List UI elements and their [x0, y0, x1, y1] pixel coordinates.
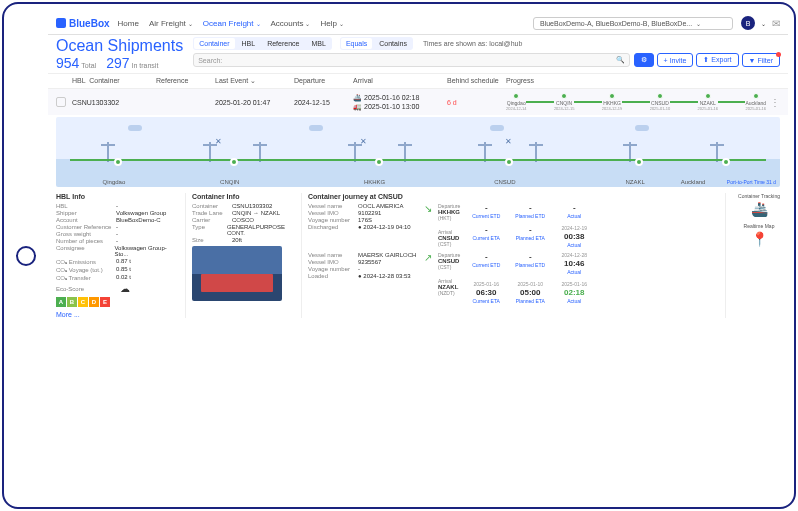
stat-total: 954	[56, 55, 79, 71]
more-icon[interactable]: ⋮	[770, 97, 780, 108]
stats: 954Total 297In transit	[56, 55, 183, 71]
timezone-indicator: Times are shown as: local@hub	[423, 40, 522, 47]
container-info-panel: Container Info ContainerCSNU1303302Trade…	[192, 193, 302, 318]
ship-icon: 🚢	[353, 94, 362, 102]
account-selector[interactable]: BlueBoxDemo-A, BlueBoxDemo-B, BlueBoxDe.…	[533, 17, 733, 30]
cell-container: CSNU1303302	[72, 99, 152, 106]
filter-button[interactable]: ▼ Filter	[742, 53, 780, 67]
match-pills: Equals Contains	[340, 37, 413, 50]
nav-air-freight[interactable]: Air Freight⌄	[149, 19, 193, 28]
table-row[interactable]: CSNU1303302 2025-01-20 01:47 2024-12-15 …	[48, 89, 788, 115]
chevron-down-icon: ⌄	[696, 20, 701, 27]
page-title: Ocean Shipments	[56, 37, 183, 55]
filter-pills: Container HBL Reference MBL	[193, 37, 332, 50]
export-button[interactable]: ⬆ Export	[696, 53, 738, 67]
search-input[interactable]: Search:🔍	[193, 53, 629, 67]
cell-last-event: 2025-01-20 01:47	[215, 99, 290, 106]
realtime-map-tool[interactable]: Realtime Map📍	[738, 223, 780, 247]
chevron-down-icon: ⌄	[339, 20, 344, 27]
nav: Home Air Freight⌄ Ocean Freight⌄ Account…	[118, 19, 344, 28]
chevron-down-icon: ⌄	[188, 20, 193, 27]
cell-departure: 2024-12-15	[294, 99, 349, 106]
envelope-icon[interactable]: ✉	[772, 18, 780, 29]
nav-help[interactable]: Help⌄	[320, 19, 343, 28]
truck-icon: 🚛	[353, 103, 362, 111]
map-pin-icon: 📍	[751, 231, 768, 247]
chevron-down-icon: ⌄	[305, 20, 310, 27]
side-tools: Container Tracking🚢 Realtime Map📍	[732, 193, 780, 318]
container-tracking-tool[interactable]: Container Tracking🚢	[738, 193, 780, 217]
pill-reference[interactable]: Reference	[262, 38, 304, 49]
more-link[interactable]: More ...	[56, 311, 179, 318]
nav-accounts[interactable]: Accounts⌄	[271, 19, 311, 28]
container-image	[192, 246, 282, 301]
nav-ocean-freight[interactable]: Ocean Freight⌄	[203, 19, 261, 28]
chevron-down-icon[interactable]: ⌄	[761, 20, 766, 27]
pill-container[interactable]: Container	[194, 38, 234, 49]
pill-equals[interactable]: Equals	[341, 38, 372, 49]
table-header: HBL Container Reference Last Event ⌄ Dep…	[48, 73, 788, 89]
logo[interactable]: BlueBox	[56, 18, 110, 29]
cell-behind: 6 d	[447, 99, 502, 106]
header: BlueBox Home Air Freight⌄ Ocean Freight⌄…	[48, 12, 788, 35]
arrow-down-icon: ↘	[424, 203, 432, 214]
row-checkbox[interactable]	[56, 97, 66, 107]
search-icon: 🔍	[616, 56, 625, 64]
co2-icon: ☁	[120, 283, 130, 294]
stat-transit: 297	[106, 55, 129, 71]
pill-mbl[interactable]: MBL	[306, 38, 330, 49]
settings-button[interactable]: ⚙	[634, 53, 654, 67]
nav-home[interactable]: Home	[118, 19, 139, 28]
tablet-home-button[interactable]	[16, 246, 36, 266]
progress-bar: Qingdao2024-12-14CNQIN2024-12-15HKHKG202…	[506, 93, 766, 111]
avatar[interactable]: B	[741, 16, 755, 30]
cell-arrival: 🚢2025-01-16 02:18 🚛2025-01-10 13:00	[353, 94, 443, 111]
journey-visualization: ✕✕✕ Qingdao CNQIN HKHKG CNSUD NZAKL Auck…	[56, 117, 780, 187]
eco-score: AB CD E	[56, 297, 179, 307]
journey-panel: Container journey at CNSUD Vessel nameOO…	[308, 193, 726, 318]
arrow-up-icon: ↗	[424, 252, 432, 263]
ship-icon: 🚢	[751, 201, 768, 217]
pill-contains[interactable]: Contains	[374, 38, 412, 49]
pill-hbl[interactable]: HBL	[237, 38, 261, 49]
hbl-info-panel: HBL Info HBL-ShipperVolkswagen GroupAcco…	[56, 193, 186, 318]
chevron-down-icon: ⌄	[256, 20, 261, 27]
port-to-port-time: Port-to-Port Time 31 d	[727, 179, 776, 185]
logo-icon	[56, 18, 66, 28]
invite-button[interactable]: + Invite	[657, 53, 694, 67]
